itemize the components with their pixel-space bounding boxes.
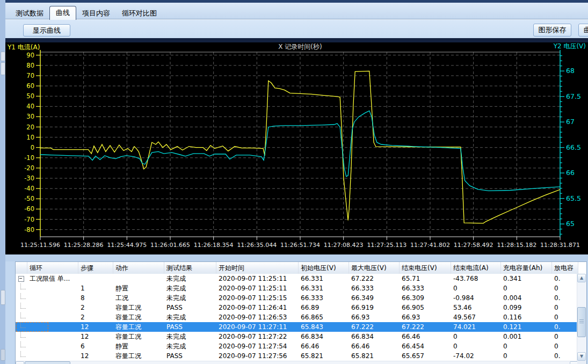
horizontal-scrollbar-thumb[interactable]: [25, 361, 70, 364]
cell-start: 2020-09-07 11:25:11: [216, 274, 299, 283]
tab-bar: 测试数据曲线项目内容循环对比图: [5, 3, 588, 19]
cell-v_end: 66.905: [400, 303, 451, 312]
scroll-left-button[interactable]: ◄: [16, 361, 24, 364]
table-row[interactable]: 6静置未完成2020-09-07 11:27:5466.4666.4666.45…: [16, 341, 578, 351]
background-widget-fragment: [1, 290, 5, 305]
y1-tick-label: 50: [26, 92, 34, 100]
vertical-scrollbar-thumb[interactable]: [577, 307, 586, 337]
column-header-2[interactable]: 步骤: [78, 262, 113, 274]
x-tick-label: 11:27:25.113: [367, 242, 406, 249]
y1-tick-label: 70: [26, 72, 34, 79]
y2-tick-label: 66: [566, 169, 575, 177]
y1-tick-label: -30: [24, 174, 34, 182]
cell-step: [78, 274, 113, 283]
cell-action: 容量工况: [113, 312, 164, 322]
cell-action: 静置: [113, 341, 164, 351]
cell-cycle: [27, 312, 78, 322]
save-graphic-button[interactable]: 图形保存: [533, 24, 571, 37]
cell-i_end: 0: [451, 341, 501, 351]
background-widget-fragment: [1, 349, 5, 361]
cell-result: 未完成: [164, 312, 216, 322]
cell-chg: 0.116: [501, 312, 552, 322]
column-header-8[interactable]: 结束电压(V): [400, 262, 451, 274]
x-tick-label: 11:28:15.182: [497, 242, 536, 249]
tree-branch-line: [20, 322, 26, 328]
cell-chg: 0.001: [501, 332, 552, 341]
cell-i_end: 53.46: [451, 303, 501, 312]
y1-tick-label: -60: [24, 205, 34, 213]
cell-cycle: [27, 351, 78, 361]
cell-dis: 0.: [552, 322, 578, 332]
cell-start: 2020-09-07 11:25:11: [216, 283, 299, 293]
y1-tick-label: 30: [26, 113, 34, 120]
column-header-7[interactable]: 最大电压(V): [349, 262, 400, 274]
tree-branch-line: [20, 312, 26, 318]
cell-start: 2020-09-07 11:27:56: [216, 351, 299, 361]
table-row[interactable]: 工况限值 单...未完成2020-09-07 11:25:1166.33167.…: [16, 274, 578, 283]
scroll-up-button[interactable]: ▲: [577, 274, 586, 282]
cell-cycle: [27, 283, 78, 293]
cell-dis: 0: [552, 341, 578, 351]
y1-tick-label: 20: [26, 123, 34, 131]
cell-chg: 0.121: [501, 322, 552, 332]
x-tick-label: 11:25:11.596: [20, 242, 60, 249]
tab-2[interactable]: 曲线: [49, 6, 76, 20]
tab-1[interactable]: 测试数据: [10, 7, 49, 20]
table-row[interactable]: 2容量工况PASS2020-09-07 11:26:4166.8966.9196…: [16, 303, 578, 312]
cell-chg: 0.004: [501, 293, 552, 303]
cell-v_max: 67.222: [349, 274, 400, 283]
toolbar: 显示曲线 图形保存 曲: [5, 19, 588, 39]
cell-v_max: 66.46: [349, 341, 400, 351]
cell-step: 12: [78, 322, 113, 332]
table-row[interactable]: 12容量工况PASS2020-09-07 11:27:5665.82165.82…: [16, 351, 578, 361]
column-header-11[interactable]: 放电容: [552, 262, 578, 274]
y2-tick-label: 67.5: [566, 92, 581, 100]
scroll-down-button[interactable]: ▼: [577, 352, 586, 361]
y2-tick-label: 68: [566, 67, 575, 75]
cell-v_end: 67.222: [400, 322, 451, 332]
clipped-curve-button[interactable]: 曲: [578, 24, 588, 37]
tab-3[interactable]: 项目内容: [76, 7, 116, 20]
column-header-3[interactable]: 动作: [113, 262, 164, 274]
tree-branch-line: [20, 293, 26, 299]
cell-v_init: 65.843: [299, 322, 349, 332]
table-row[interactable]: 1静置未完成2020-09-07 11:25:1166.33166.33366.…: [16, 283, 578, 293]
cell-dis: 0: [552, 303, 578, 312]
show-curve-button[interactable]: 显示曲线: [23, 24, 70, 37]
chart-table-splitter[interactable]: [5, 254, 588, 261]
cell-i_end: 0: [451, 283, 501, 293]
tree-gutter: [16, 303, 27, 312]
cell-result: PASS: [164, 351, 216, 361]
cell-v_end: 66.93: [400, 312, 451, 322]
tab-4[interactable]: 循环对比图: [116, 7, 163, 20]
cell-result: 未完成: [164, 332, 216, 341]
y1-tick-label: 0: [31, 144, 34, 151]
cell-cycle: [27, 293, 78, 303]
table-row[interactable]: 12容量工况PASS2020-09-07 11:27:1165.84367.22…: [16, 322, 578, 332]
cell-start: 2020-09-07 11:27:11: [216, 322, 299, 332]
tree-collapse-box[interactable]: [18, 276, 24, 282]
cell-dis: 0: [552, 332, 578, 341]
column-header-9[interactable]: 结束电流(A): [451, 262, 501, 274]
column-header-5[interactable]: 开始时间: [216, 262, 299, 274]
y1-tick-label: 60: [26, 82, 34, 90]
cell-v_end: 66.309: [400, 293, 451, 303]
column-header-10[interactable]: 充电容量(Ah): [501, 262, 552, 274]
tree-gutter: [16, 283, 27, 293]
main-window: 测试数据曲线项目内容循环对比图 显示曲线 图形保存 曲 908070605040…: [5, 0, 588, 364]
cell-dis: 0: [552, 312, 578, 322]
table-row[interactable]: 8工况未完成2020-09-07 11:25:1566.33366.34966.…: [16, 293, 578, 303]
cell-v_init: 66.89: [299, 303, 349, 312]
table-row[interactable]: 2容量工况未完成2020-09-07 11:26:5366.86566.9366…: [16, 312, 578, 322]
column-header-6[interactable]: 初始电压(V): [299, 262, 349, 274]
table-row[interactable]: 12容量工况未完成2020-09-07 11:27:2266.83466.834…: [16, 332, 578, 341]
cell-i_end: -0.984: [451, 293, 501, 303]
y2-tick-label: 66.5: [566, 143, 581, 151]
cell-step: 6: [78, 341, 113, 351]
column-header-1[interactable]: 循环: [27, 262, 78, 274]
cell-v_init: 66.331: [299, 274, 349, 283]
cell-step: 12: [78, 332, 113, 341]
cell-action: 静置: [113, 283, 164, 293]
column-header-4[interactable]: 测试结果: [164, 262, 216, 274]
tree-branch-line: [20, 283, 26, 289]
